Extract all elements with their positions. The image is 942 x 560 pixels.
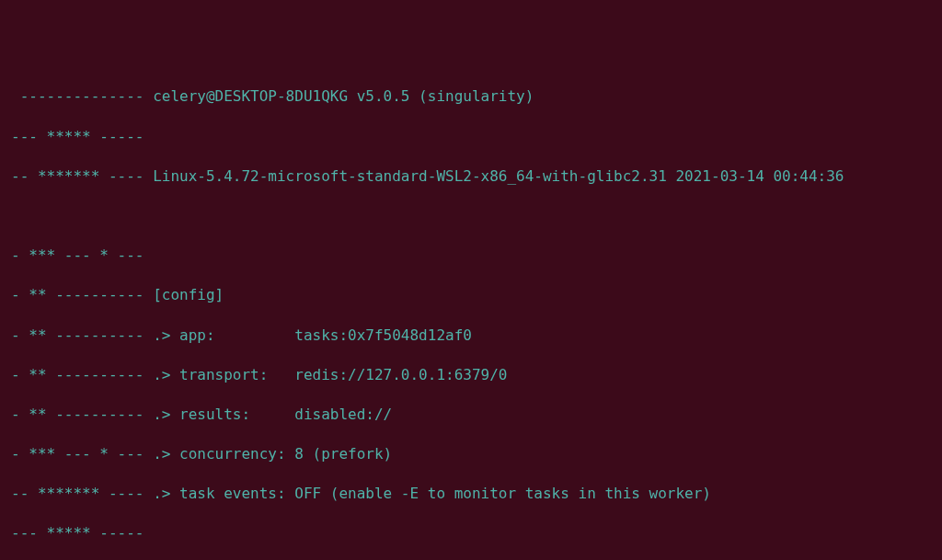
config-results-label: - ** ---------- .> results: [11,406,294,423]
config-results-line: - ** ---------- .> results: disabled:// [11,405,931,425]
config-events-label: -- ******* ---- .> task events: [11,485,294,502]
config-header: [config] [153,286,224,303]
config-results-value: disabled:// [294,406,392,423]
ascii-art: - ** ---------- [11,286,153,303]
config-transport-line: - ** ---------- .> transport: redis://12… [11,365,931,385]
config-app-line: - ** ---------- .> app: tasks:0x7f5048d1… [11,326,931,346]
config-app-value: tasks:0x7f5048d12af0 [294,326,472,344]
config-transport-value: redis://127.0.0.1:6379/0 [294,366,507,383]
ascii-art: --- ***** ----- [11,127,931,147]
config-app-label: - ** ---------- .> app: [11,326,294,344]
ascii-art: -------------- [11,87,153,105]
ascii-art: - *** --- * --- [11,246,931,266]
config-transport-label: - ** ---------- .> transport: [11,366,294,383]
config-concurrency-value: 8 (prefork) [294,445,392,463]
platform-info: Linux-5.4.72-microsoft-standard-WSL2-x86… [153,167,844,185]
config-events-value: OFF (enable -E to monitor tasks in this … [294,485,711,502]
banner-line-1: -------------- celery@DESKTOP-8DU1QKG v5… [11,86,931,107]
config-concurrency-line: - *** --- * --- .> concurrency: 8 (prefo… [11,444,931,464]
blank-line [11,206,931,226]
banner-line-3: -- ******* ---- Linux-5.4.72-microsoft-s… [11,166,931,187]
config-events-line: -- ******* ---- .> task events: OFF (ena… [11,484,931,504]
worker-id: celery@DESKTOP-8DU1QKG v5.0.5 (singulari… [153,87,534,105]
ascii-art: -- ******* ---- [11,167,153,185]
config-concurrency-label: - *** --- * --- .> concurrency: [11,445,294,463]
config-header-line: - ** ---------- [config] [11,285,931,305]
ascii-art: --- ***** ----- [11,523,931,543]
